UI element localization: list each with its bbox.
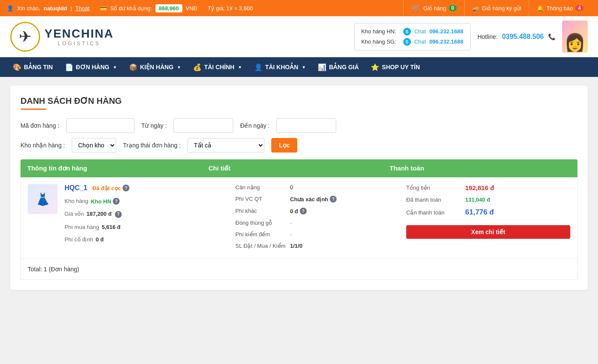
nav-kien-hang[interactable]: 📦 KIỆN HÀNG ▼: [123, 57, 187, 77]
notify-badge: 4: [575, 5, 583, 11]
nav-shop-uy-tin[interactable]: ⭐ SHOP UY TÍN: [365, 57, 426, 77]
tu-ngay-input[interactable]: [173, 118, 233, 133]
balance-label: Số dư khả dụng:: [110, 5, 152, 12]
username[interactable]: natuqldd: [44, 5, 67, 12]
den-ngay-label: Đến ngày :: [240, 122, 270, 129]
kho-nhan-label: Kho nhận hàng :: [21, 142, 65, 149]
dong-thung-row: Đóng thùng gỗ -: [235, 220, 399, 226]
phi-mua-field: Phí mua hàng 5,616 đ: [64, 224, 229, 230]
trang-thai-label: Trạng thái đơn hàng :: [123, 142, 181, 149]
order-info-col: HQC_1 Đã đặt cọc ? Kho hàng Kho HN ?: [64, 184, 229, 243]
don-hang-icon: 📄: [65, 63, 73, 71]
sl-label: SL Đặt / Mua / Kiểm: [235, 243, 287, 249]
phi-kiem-val: -: [290, 231, 292, 238]
separator: |: [70, 5, 72, 12]
can-nang-label: Cân nặng: [235, 184, 287, 191]
phi-co-dinh-val: 0 đ: [96, 236, 104, 243]
status-select[interactable]: Tất cả Đã đặt cọc Hoàn thành Hủy: [188, 138, 264, 153]
tong-tien-row: Tổng tiền 192,816 đ: [406, 184, 570, 191]
kho-help-icon[interactable]: ?: [113, 198, 120, 205]
kien-hang-arrow: ▼: [177, 65, 181, 70]
gia-von-val: 187,200 đ ?: [87, 211, 122, 218]
col-payment-header: Thanh toán: [390, 164, 571, 172]
tai-khoan-icon: 👤: [254, 63, 263, 71]
phi-khac-val: 0 đ ?: [290, 208, 307, 214]
balance-value: 868,960: [159, 5, 179, 12]
dong-thung-val: -: [290, 220, 292, 226]
main-content: DANH SÁCH ĐƠN HÀNG Mã đơn hàng : Từ ngày…: [0, 77, 598, 299]
header: ✈ YENCHINA LOGISTICS Kho hàng HN: S Chat…: [0, 16, 598, 57]
ma-don-input[interactable]: [66, 118, 135, 133]
phi-khac-row: Phí khác 0 đ ?: [235, 208, 399, 214]
da-thanh-label: Đã thanh toán: [406, 197, 462, 203]
logo-name: YENCHINA: [44, 27, 114, 41]
greeting-text: Xin chào,: [17, 5, 40, 12]
kho-info: Kho hàng HN: S Chat 096.232.1688 Kho hàn…: [354, 23, 471, 50]
view-detail-button[interactable]: Xem chi tiết: [406, 225, 570, 239]
status-help-icon[interactable]: ?: [123, 185, 129, 191]
consign-cart-button[interactable]: 🚚 Giỏ hàng ký gửi: [464, 0, 529, 16]
hotline-number[interactable]: 0395.488.506: [502, 33, 544, 41]
hotline-label: Hotline:: [478, 33, 498, 40]
balance-box: 868,960: [155, 4, 182, 12]
da-thanh-val: 131,040 đ: [465, 197, 490, 203]
cart-label: Giỏ hàng: [423, 5, 446, 12]
dong-thung-label: Đóng thùng gỗ: [235, 220, 287, 226]
chat-sg-link[interactable]: Chat: [414, 38, 426, 45]
phi-mua-label: Phí mua hàng: [64, 224, 99, 230]
table-header: Thông tin đơn hàng Chi tiết Thanh toán: [21, 159, 577, 177]
filter-row-2: Kho nhận hàng : Chọn kho Kho HN Kho SG T…: [21, 138, 577, 153]
notify-button[interactable]: 🔔 Thông báo 4: [529, 0, 591, 16]
kho-hn-label: Kho hàng HN:: [361, 28, 400, 35]
total-text: Total: 1 (Đơn hàng): [28, 266, 79, 273]
nav-bang-tin-label: BẢNG TIN: [24, 64, 53, 70]
kho-val-text: Kho HN: [91, 198, 111, 205]
phi-kiem-row: Phí kiểm đếm -: [235, 231, 399, 238]
filter-button[interactable]: Lọc: [271, 138, 297, 153]
nav-bang-gia[interactable]: 📊 BẢNG GIÁ: [312, 57, 365, 77]
chat-hn-link[interactable]: Chat: [414, 28, 426, 35]
nav-tai-chinh[interactable]: 💰 TÀI CHÍNH ▼: [187, 57, 248, 77]
balance-currency: VNĐ: [186, 5, 197, 12]
hotline-icon: 📞: [548, 33, 555, 40]
nav-don-hang[interactable]: 📄 ĐƠN HÀNG ▼: [59, 57, 123, 77]
col-info-header: Thông tin đơn hàng: [27, 164, 208, 172]
bell-icon: 🔔: [537, 5, 544, 12]
kho-select[interactable]: Chọn kho Kho HN Kho SG: [72, 138, 116, 153]
logout-link[interactable]: Thoát: [75, 5, 89, 12]
phi-co-dinh-field: Phí cố định 0 đ: [64, 236, 229, 243]
cart-badge: 0: [449, 5, 457, 11]
phone-sg[interactable]: 096.232.1688: [429, 38, 463, 45]
order-id[interactable]: HQC_1: [64, 184, 87, 192]
tai-chinh-icon: 💰: [193, 63, 202, 71]
phi-vc-row: Phí VC QT Chưa xác định ?: [235, 196, 399, 203]
cart-button[interactable]: 🛒 Giỏ hàng 0: [403, 0, 464, 16]
payment-col: Tổng tiền 192,816 đ Đã thanh toán 131,04…: [406, 184, 570, 239]
order-status: Đã đặt cọc ?: [92, 185, 129, 191]
phone-hn[interactable]: 096.232.1688: [429, 28, 463, 35]
nav-tai-khoan[interactable]: 👤 TÀI KHOẢN ▼: [248, 57, 312, 77]
header-right: Kho hàng HN: S Chat 096.232.1688 Kho hàn…: [354, 21, 588, 53]
phi-khac-help-icon[interactable]: ?: [300, 208, 307, 214]
da-thanh-row: Đã thanh toán 131,040 đ: [406, 197, 570, 203]
nav-tai-khoan-label: TÀI KHOẢN: [265, 64, 299, 70]
sl-row: SL Đặt / Mua / Kiểm 1/1/0: [235, 243, 399, 249]
phi-mua-val: 5,616 đ: [102, 224, 120, 230]
nav-don-hang-label: ĐƠN HÀNG: [76, 64, 109, 70]
nav-bang-tin[interactable]: 🎨 BẢNG TIN: [7, 57, 59, 77]
gia-von-help-icon[interactable]: ?: [115, 211, 122, 218]
phi-vc-val: Chưa xác định ?: [290, 196, 337, 203]
order-row: 👗 HQC_1 Đã đặt cọc ? Kho hàng Kho HN: [21, 177, 577, 259]
den-ngay-input[interactable]: [276, 118, 336, 133]
ma-don-label: Mã đơn hàng :: [21, 122, 59, 129]
shop-uy-tin-icon: ⭐: [371, 63, 379, 71]
detail-col: Cân nặng 0 Phí VC QT Chưa xác định ? Phí…: [235, 184, 399, 252]
page-title: DANH SÁCH ĐƠN HÀNG: [21, 96, 577, 106]
tong-tien-label: Tổng tiền: [406, 185, 462, 191]
balance-icon: 💳: [100, 5, 107, 12]
order-top: 👗 HQC_1 Đã đặt cọc ? Kho hàng Kho HN: [28, 184, 570, 252]
top-bar-right: 🛒 Giỏ hàng 0 🚚 Giỏ hàng ký gửi 🔔 Thông b…: [403, 0, 591, 16]
consign-label: Giỏ hàng ký gửi: [482, 5, 521, 12]
kho-sg-row: Kho hàng SG: S Chat 096.232.1688: [361, 38, 463, 46]
phi-vc-help-icon[interactable]: ?: [330, 196, 337, 203]
